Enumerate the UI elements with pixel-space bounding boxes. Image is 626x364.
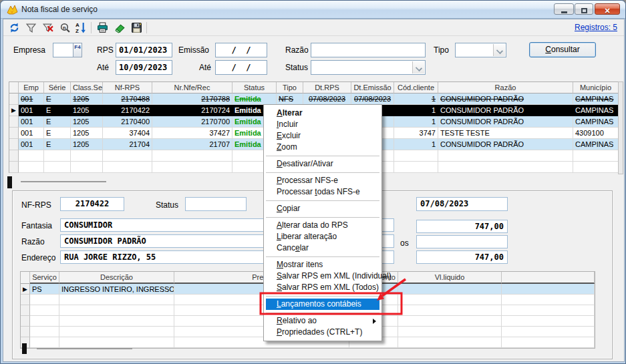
menu-separator — [264, 310, 381, 315]
menu-item-copiar[interactable]: Copiar — [264, 203, 381, 214]
menu-item-mostrar-itens[interactable]: Mostrar itens — [264, 259, 381, 270]
cell: 1205 — [71, 139, 103, 150]
cell: 1 — [394, 105, 438, 116]
total-value: 747,00 — [416, 220, 508, 233]
column-header-municipio[interactable]: Município — [573, 82, 619, 94]
items-column-header-servico[interactable]: Serviço — [30, 272, 59, 284]
items-column-header-blank[interactable] — [502, 272, 595, 284]
emissao-from-input[interactable]: / / — [215, 43, 267, 57]
cell: 2170488 — [103, 94, 152, 105]
rps-to-input[interactable]: 10/09/2023 — [116, 60, 172, 75]
find-button[interactable]: n — [58, 21, 71, 35]
menu-item-alterar[interactable]: Alterar — [264, 108, 381, 119]
cell: 2170724 — [152, 105, 232, 116]
menu-item-liberar-alteracao[interactable]: Liberar alteração — [264, 231, 381, 242]
clear-filter-icon — [42, 22, 53, 33]
column-header-razao[interactable]: Razão — [438, 82, 573, 94]
cell: 1 — [394, 139, 438, 150]
table-row[interactable]: 001E120521704882170788EmitidaNFS07/08/20… — [9, 94, 618, 105]
cell: Emitida — [232, 94, 277, 105]
row-marker — [9, 128, 19, 139]
tipo-select[interactable]: TODOS — [455, 43, 506, 57]
column-header-nr-nfe-rec[interactable]: Nr.Nfe/Rec — [152, 82, 232, 94]
status-select[interactable]: EMITIDAS — [311, 60, 426, 75]
menu-separator — [264, 214, 381, 220]
window-title: Nota fiscal de serviço — [21, 5, 98, 14]
row-marker — [9, 94, 19, 105]
menu-item-cancelar[interactable]: Cancelar — [264, 242, 381, 254]
cell — [502, 284, 595, 295]
items-column-header-descricao[interactable]: Descrição — [59, 272, 174, 284]
maximize-button[interactable] — [575, 3, 593, 15]
maximize-icon — [581, 8, 587, 13]
column-header-dt-emissao[interactable]: Dt.Emissão — [351, 82, 394, 94]
grid-hscroll-line[interactable] — [21, 181, 106, 182]
descontos-value — [416, 235, 508, 248]
razao-input[interactable] — [311, 43, 426, 57]
liquido-value: 747,00 — [416, 250, 508, 264]
empresa-input[interactable] — [53, 43, 73, 57]
cell: CAMPINAS — [573, 139, 619, 150]
menu-item-excluir[interactable]: Excluir — [264, 130, 381, 142]
column-header-nf-rps[interactable]: Nf-RPS — [103, 82, 152, 94]
menu-separator — [264, 198, 381, 203]
close-button[interactable]: ✕ — [595, 3, 620, 15]
chevron-down-icon[interactable] — [493, 44, 505, 56]
refresh-icon — [9, 22, 20, 33]
menu-item-incluir[interactable]: Incluir — [264, 119, 381, 130]
filter-button[interactable] — [24, 21, 37, 35]
column-header-serie[interactable]: Série — [44, 82, 71, 94]
cell: CONSUMIDOR PADRÃO — [438, 94, 573, 105]
column-header-cod-cliente[interactable]: Cód.cliente — [394, 82, 438, 94]
chevron-down-icon[interactable] — [412, 61, 424, 73]
minimize-button[interactable] — [554, 3, 574, 15]
cell: 07/08/2023 — [351, 94, 394, 105]
razao-detail-label: Razão — [21, 237, 45, 246]
menu-item-zoom[interactable]: Zoom — [264, 142, 381, 153]
toolbar-separator — [91, 22, 92, 33]
menu-item-desativar-ativar[interactable]: Desativar/Ativar — [264, 158, 381, 170]
menu-item-alterar-data-do-rps[interactable]: Alterar data do RPS — [264, 220, 381, 231]
menu-item-salvar-rps-em-xml-todos[interactable]: Salvar RPS em XML (Todos) — [264, 282, 381, 293]
cell: 2170422 — [103, 105, 152, 116]
emissao-label: Emissão — [178, 45, 209, 55]
items-hscroll-line[interactable] — [37, 348, 132, 349]
cell: E — [44, 139, 71, 150]
minimize-icon — [561, 11, 567, 13]
sort-button[interactable]: A Z — [74, 21, 88, 35]
f4-lookup-button[interactable]: F4 — [73, 43, 82, 57]
cell: 1 — [394, 94, 438, 105]
menu-item-processar-todas-nfs-e[interactable]: Processar todas NFS-e — [264, 186, 381, 198]
menu-item-relativo-ao[interactable]: Relativo ao — [264, 315, 381, 327]
grid-vertical-scrollbar[interactable] — [618, 81, 623, 174]
cell: 001 — [19, 105, 44, 116]
items-hscroll-thumb[interactable] — [22, 343, 27, 354]
clear-filter-button[interactable] — [41, 21, 54, 35]
grid-hscroll-thumb[interactable] — [7, 176, 12, 188]
cell: 1205 — [71, 105, 103, 116]
menu-item-processar-nfs-e[interactable]: Processar NFS-e — [264, 175, 381, 186]
menu-item-propriedades-ctrl-t[interactable]: Propriedades (CTRL+T) — [264, 327, 381, 338]
sort-az-icon: A Z — [75, 22, 87, 33]
erase-button[interactable] — [113, 21, 126, 35]
emissao-to-input[interactable]: / / — [215, 60, 267, 75]
column-header-status[interactable]: Status — [232, 82, 277, 94]
cell: 4309100 — [573, 128, 619, 139]
cell: 07/08/2023 — [303, 94, 351, 105]
menu-separator — [264, 153, 381, 158]
rps-from-input[interactable]: 01/01/2023 — [116, 43, 172, 57]
column-header-tipo[interactable]: Tipo — [277, 82, 303, 94]
menu-item-salvar-rps-em-xml-individual[interactable]: Salvar RPS em XML (Individual) — [264, 270, 381, 282]
save-button[interactable] — [130, 21, 143, 35]
column-header-emp[interactable]: Emp — [19, 82, 44, 94]
menu-item-lancamentos-contabeis[interactable]: Lançamentos contábeis — [266, 299, 379, 310]
print-button[interactable] — [96, 21, 109, 35]
title-bar[interactable]: Nota fiscal de serviço ✕ — [1, 1, 625, 19]
registros-link[interactable]: Registros: 5 — [575, 23, 617, 32]
column-header-class-serv[interactable]: Class.Serv. — [71, 82, 103, 94]
consultar-button[interactable]: Consultar — [529, 42, 596, 57]
column-header-dt-rps[interactable]: Dt.RPS — [303, 82, 351, 94]
items-column-header-vl-liquido[interactable]: Vl.liquido — [398, 272, 502, 284]
refresh-button[interactable] — [7, 21, 21, 35]
nf-rps-detail-value: 2170422 — [60, 197, 124, 211]
